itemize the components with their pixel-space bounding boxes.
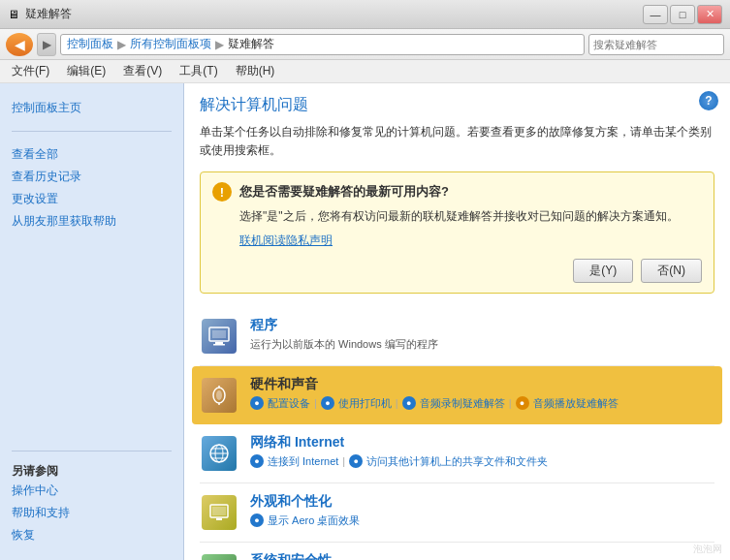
category-icon-sys xyxy=(200,552,238,560)
svg-rect-14 xyxy=(212,507,226,515)
notice-title: 您是否需要疑难解答的最新可用内容? xyxy=(239,183,449,201)
help-button[interactable]: ? xyxy=(699,91,718,110)
sidebar-divider-2 xyxy=(12,451,172,451)
minimize-button[interactable]: — xyxy=(643,5,668,24)
appearance-icon xyxy=(202,495,237,530)
sidebar-link-helpsupport[interactable]: 帮助和支持 xyxy=(12,502,172,524)
titlebar-controls: — □ ✕ xyxy=(643,5,722,24)
menu-view[interactable]: 查看(V) xyxy=(115,61,170,81)
warning-icon: ! xyxy=(212,182,232,202)
hw-sublink-icon-2: ● xyxy=(321,396,334,410)
net-sublink-icon-1: ● xyxy=(250,454,264,468)
sidebar-link-history[interactable]: 查看历史记录 xyxy=(12,166,172,188)
sidebar-link-home[interactable]: 控制面板主页 xyxy=(12,97,172,119)
category-info-hw: 硬件和声音 ● 配置设备 | ● 使用打印机 | ● 音频录制疑难解答 | ● … xyxy=(250,376,714,411)
menu-help[interactable]: 帮助(H) xyxy=(228,61,283,81)
appear-sublink-aero[interactable]: 显示 Aero 桌面效果 xyxy=(268,513,360,528)
breadcrumb-item-controlpanel[interactable]: 控制面板 xyxy=(67,36,113,52)
notice-yes-button[interactable]: 是(Y) xyxy=(573,259,633,283)
sidebar-alsosee-section: 另请参阅 操作中心 帮助和支持 恢复 xyxy=(0,459,183,550)
appearance-links: ● 显示 Aero 桌面效果 xyxy=(250,513,714,528)
breadcrumb-sep-1: ▶ xyxy=(117,38,126,51)
programs-desc: 运行为以前版本的 Windows 编写的程序 xyxy=(250,337,438,352)
hw-sep-3: | xyxy=(509,397,512,409)
hw-sep-2: | xyxy=(396,397,398,409)
category-icon-prog xyxy=(200,317,238,356)
programs-links: 运行为以前版本的 Windows 编写的程序 xyxy=(250,337,714,352)
sidebar-divider-1 xyxy=(12,131,172,132)
svg-rect-15 xyxy=(216,518,222,520)
content-title: 解决计算机问题 xyxy=(200,95,714,115)
sidebar-link-friend[interactable]: 从朋友那里获取帮助 xyxy=(12,210,172,233)
category-system: 系统和安全性 ● 使用 Windows Update 解决问题 | ● 运行维护… xyxy=(200,543,714,560)
sidebar-spacer xyxy=(0,236,183,443)
addressbar: ◀ ▶ 控制面板 ▶ 所有控制面板项 ▶ 疑难解答 🔍 xyxy=(0,29,730,60)
menu-edit[interactable]: 编辑(E) xyxy=(59,61,113,81)
sidebar-alsosee-title: 另请参阅 xyxy=(12,461,58,481)
app-icon: 🖥 xyxy=(8,8,19,21)
maximize-button[interactable]: □ xyxy=(670,5,695,24)
category-info-net: 网络和 Internet ● 连接到 Internet | ● 访问其他计算机上… xyxy=(250,434,714,469)
svg-rect-3 xyxy=(213,344,225,346)
close-button[interactable]: ✕ xyxy=(697,5,722,24)
sidebar-link-restore[interactable]: 恢复 xyxy=(12,524,172,546)
forward-button[interactable]: ▶ xyxy=(37,33,56,56)
hw-sep-1: | xyxy=(314,397,317,409)
titlebar: 🖥 疑难解答 — □ ✕ xyxy=(0,0,730,29)
network-links: ● 连接到 Internet | ● 访问其他计算机上的共享文件和文件夹 xyxy=(250,454,714,469)
svg-rect-2 xyxy=(215,342,223,344)
sidebar-link-viewall[interactable]: 查看全部 xyxy=(12,143,172,166)
category-info-appear: 外观和个性化 ● 显示 Aero 桌面效果 xyxy=(250,493,714,528)
network-name[interactable]: 网络和 Internet xyxy=(250,434,714,451)
hw-sublink-printer[interactable]: 使用打印机 xyxy=(338,396,392,411)
menubar: 文件(F) 编辑(E) 查看(V) 工具(T) 帮助(H) xyxy=(0,60,730,83)
hw-sublink-icon-4: ● xyxy=(516,396,529,410)
category-appearance: 外观和个性化 ● 显示 Aero 桌面效果 xyxy=(200,483,714,543)
category-icon-hw xyxy=(200,376,238,415)
notice-header: ! 您是否需要疑难解答的最新可用内容? xyxy=(212,182,702,202)
net-sep-1: | xyxy=(342,455,345,467)
category-icon-net xyxy=(200,434,238,473)
hardware-icon xyxy=(202,378,237,413)
breadcrumb-current: 疑难解答 xyxy=(228,36,274,52)
net-sublink-icon-2: ● xyxy=(349,454,363,468)
menu-file[interactable]: 文件(F) xyxy=(4,61,57,81)
category-info-prog: 程序 运行为以前版本的 Windows 编写的程序 xyxy=(250,317,714,352)
notice-body: 选择"是"之后，您将有权访问最新的联机疑难解答并接收对已知问题的解决方案通知。 xyxy=(212,207,702,226)
sidebar-main-section: 控制面板主页 xyxy=(0,93,183,123)
system-name[interactable]: 系统和安全性 xyxy=(250,552,714,560)
menu-tools[interactable]: 工具(T) xyxy=(172,61,225,81)
hw-sublink-audio-play[interactable]: 音频播放疑难解答 xyxy=(533,396,619,411)
main-layout: 控制面板主页 查看全部 查看历史记录 更改设置 从朋友那里获取帮助 另请参阅 操… xyxy=(0,83,730,560)
notice-link[interactable]: 联机阅读隐私声明 xyxy=(212,233,702,249)
net-sublink-connect[interactable]: 连接到 Internet xyxy=(268,454,338,469)
appear-sublink-icon-1: ● xyxy=(250,513,264,527)
category-network: 网络和 Internet ● 连接到 Internet | ● 访问其他计算机上… xyxy=(200,424,714,483)
sidebar-link-actioncenter[interactable]: 操作中心 xyxy=(12,480,172,502)
sidebar-link-settings[interactable]: 更改设置 xyxy=(12,188,172,210)
sidebar: 控制面板主页 查看全部 查看历史记录 更改设置 从朋友那里获取帮助 另请参阅 操… xyxy=(0,83,184,560)
appearance-name[interactable]: 外观和个性化 xyxy=(250,493,714,511)
search-box[interactable]: 🔍 xyxy=(588,34,724,55)
hardware-name[interactable]: 硬件和声音 xyxy=(250,376,714,393)
net-sublink-share[interactable]: 访问其他计算机上的共享文件和文件夹 xyxy=(366,454,548,469)
breadcrumb-sep-2: ▶ xyxy=(215,38,224,51)
hardware-links: ● 配置设备 | ● 使用打印机 | ● 音频录制疑难解答 | ● 音频播放疑难… xyxy=(250,396,714,411)
programs-name[interactable]: 程序 xyxy=(250,317,714,334)
breadcrumb: 控制面板 ▶ 所有控制面板项 ▶ 疑难解答 xyxy=(60,34,585,55)
category-icon-appear xyxy=(200,493,238,532)
back-button[interactable]: ◀ xyxy=(6,33,33,56)
svg-rect-1 xyxy=(212,330,226,338)
system-icon xyxy=(202,554,237,560)
notice-buttons: 是(Y) 否(N) xyxy=(212,259,702,283)
sidebar-links-section: 查看全部 查看历史记录 更改设置 从朋友那里获取帮助 xyxy=(0,140,183,236)
breadcrumb-item-allpanels[interactable]: 所有控制面板项 xyxy=(130,36,211,52)
hw-sublink-audio-rec[interactable]: 音频录制疑难解答 xyxy=(420,396,505,411)
notice-no-button[interactable]: 否(N) xyxy=(641,259,702,283)
hw-sublink-icon-1: ● xyxy=(250,396,264,410)
content-desc: 单击某个任务以自动排除和修复常见的计算机问题。若要查看更多的故障修复方案，请单击… xyxy=(200,123,714,160)
programs-icon xyxy=(202,319,237,354)
hw-sublink-configure[interactable]: 配置设备 xyxy=(268,396,310,411)
titlebar-title: 疑难解答 xyxy=(25,6,72,22)
search-input[interactable] xyxy=(593,39,727,50)
